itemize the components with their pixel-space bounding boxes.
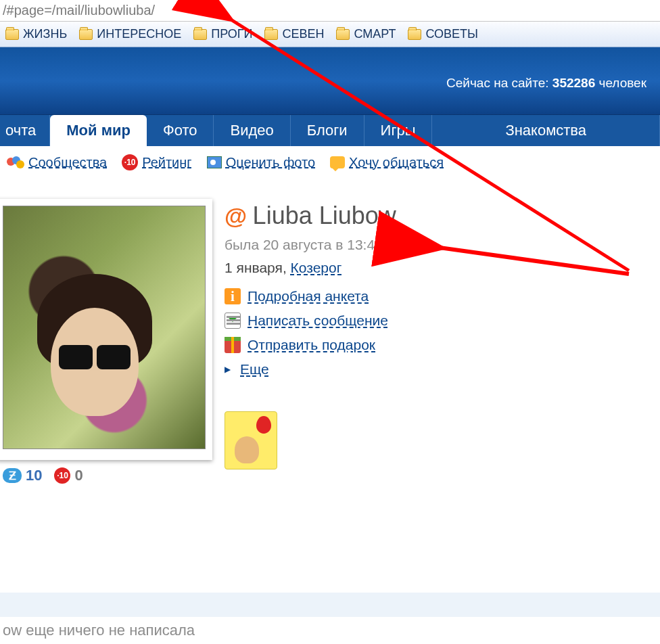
birth-info: 1 января, Козерог	[225, 260, 660, 276]
folder-icon	[5, 29, 19, 40]
bookmark-item[interactable]: СОВЕТЫ	[408, 27, 478, 41]
profile-info: @ Liuba Liubow была 20 августа в 13:49 1…	[225, 199, 660, 484]
friends-icon: Ƶ	[3, 468, 22, 483]
tab-dating[interactable]: Знакомства	[432, 115, 660, 146]
bookmark-label: ПРОГИ	[211, 27, 252, 41]
action-details[interactable]: i Подробная анкета	[225, 288, 660, 304]
profile-actions: i Подробная анкета Написать сообщение От…	[225, 288, 660, 377]
bookmark-label: СЕВЕН	[282, 27, 324, 41]
action-gift[interactable]: Отправить подарок	[225, 337, 660, 353]
site-header: Сейчас на сайте: 352286 человек	[0, 47, 660, 115]
chat-icon	[330, 156, 345, 168]
profile-content: Ƶ 10 ·10 0 @ Liuba Liubow была 20 август…	[0, 179, 660, 484]
folder-icon	[336, 29, 350, 40]
zodiac-link[interactable]: Козерог	[291, 260, 342, 275]
tab-blogs[interactable]: Блоги	[291, 115, 364, 146]
tab-mail[interactable]: очта	[0, 115, 50, 146]
tab-games[interactable]: Игры	[364, 115, 433, 146]
sublink-communities[interactable]: Сообщества	[7, 155, 107, 170]
at-icon: @	[225, 203, 247, 229]
bookmark-item[interactable]: ЖИЗНЬ	[5, 27, 67, 41]
gift-thumbnail[interactable]	[225, 411, 277, 469]
bookmark-label: ЖИЗНЬ	[23, 27, 67, 41]
folder-icon	[79, 29, 93, 40]
bookmarks-toolbar: ЖИЗНЬ ИНТЕРЕСНОЕ ПРОГИ СЕВЕН СМАРТ СОВЕТ…	[0, 22, 660, 47]
main-nav: очта Мой мир Фото Видео Блоги Игры Знако…	[0, 115, 660, 146]
page-bottom: ow еще ничего не написала	[0, 593, 660, 644]
tab-photo[interactable]: Фото	[147, 115, 214, 146]
tab-my-world[interactable]: Мой мир	[50, 115, 147, 146]
sublink-rating[interactable]: ·10 Рейтинг	[122, 154, 191, 170]
bookmark-label: СОВЕТЫ	[425, 27, 478, 41]
groups-icon	[7, 156, 24, 168]
balloon-icon	[256, 416, 271, 434]
bookmark-item[interactable]: ПРОГИ	[193, 27, 252, 41]
bookmark-item[interactable]: СЕВЕН	[264, 27, 324, 41]
folder-icon	[408, 29, 421, 40]
sub-nav: Сообщества ·10 Рейтинг Оценить фото Хочу…	[0, 146, 660, 179]
bear-icon	[235, 436, 259, 463]
profile-photo-card	[0, 199, 212, 460]
url-bar[interactable]: /#page=/mail/liubowliuba/	[0, 0, 660, 22]
action-message[interactable]: Написать сообщение	[225, 313, 660, 329]
empty-status: ow еще ничего не написала	[0, 617, 660, 644]
bookmark-label: СМАРТ	[354, 27, 396, 41]
last-seen: была 20 августа в 13:49	[225, 237, 660, 253]
stat-friends[interactable]: Ƶ 10	[3, 467, 42, 484]
sublink-want-chat[interactable]: Хочу общаться	[330, 155, 444, 170]
url-path: /#page=/mail/liubowliuba/	[3, 3, 155, 18]
folder-icon	[193, 29, 207, 40]
folder-icon	[264, 29, 278, 40]
gift-icon	[225, 337, 241, 353]
bookmark-item[interactable]: ИНТЕРЕСНОЕ	[79, 27, 181, 41]
profile-name: Liuba Liubow	[253, 202, 396, 229]
stat-rating[interactable]: ·10 0	[54, 467, 82, 484]
camera-icon	[207, 156, 222, 168]
online-counter: Сейчас на сайте: 352286 человек	[446, 76, 646, 91]
triangle-icon: ▶	[225, 365, 231, 374]
action-more[interactable]: ▶ Еще	[225, 361, 660, 377]
tab-video[interactable]: Видео	[214, 115, 290, 146]
sublink-rate-photo[interactable]: Оценить фото	[207, 155, 315, 170]
rating-icon: ·10	[122, 154, 138, 170]
photo-stats: Ƶ 10 ·10 0	[0, 467, 212, 484]
info-icon: i	[225, 288, 241, 304]
bookmark-label: ИНТЕРЕСНОЕ	[97, 27, 181, 41]
profile-title-row: @ Liuba Liubow	[225, 202, 660, 230]
rating-icon: ·10	[54, 467, 70, 484]
profile-photo[interactable]	[3, 206, 206, 449]
photo-column: Ƶ 10 ·10 0	[0, 199, 212, 484]
message-icon	[225, 313, 241, 329]
bookmark-item[interactable]: СМАРТ	[336, 27, 396, 41]
